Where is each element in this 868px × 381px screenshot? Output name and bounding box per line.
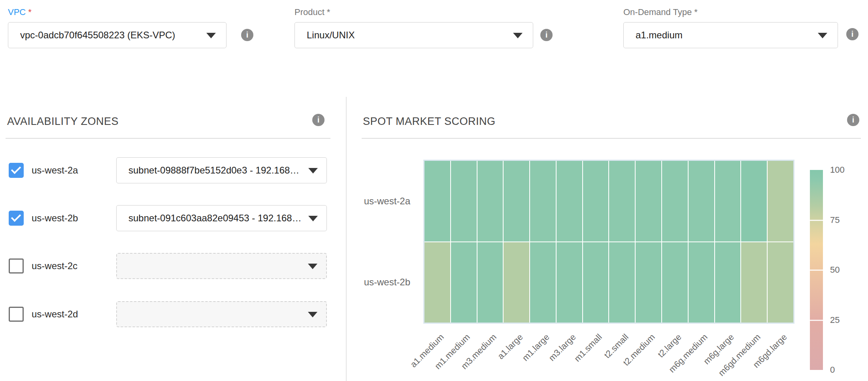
on-demand-type-label-text: On-Demand Type <box>623 7 692 17</box>
availability-zones-info-icon[interactable]: i <box>312 114 325 126</box>
heatmap-cell-us-west-2b-a1.large <box>504 242 529 323</box>
on-demand-type-select[interactable]: a1.medium <box>623 22 838 48</box>
heatmap-cell-us-west-2a-m6gd.large <box>768 161 793 241</box>
vpc-select[interactable]: vpc-0adcb70f645508223 (EKS-VPC) <box>8 22 226 48</box>
on-demand-type-required-asterisk: * <box>694 7 698 17</box>
spot-market-scoring-title: SPOT MARKET SCORING <box>363 115 496 128</box>
spot-configuration-page: VPC* vpc-0adcb70f645508223 (EKS-VPC) i P… <box>0 0 868 381</box>
subnet-select-us-west-2a[interactable]: subnet-09888f7be5152d0e3 - 192.168… <box>116 157 327 183</box>
chevron-down-icon <box>818 33 827 38</box>
chevron-down-icon <box>308 264 317 269</box>
heatmap-cell-us-west-2b-t2.medium <box>636 242 661 323</box>
heatmap-cell-us-west-2a-m6gd.medium <box>741 161 767 241</box>
heatmap-cell-us-west-2b-m6g.large <box>715 242 741 323</box>
chevron-down-icon <box>206 33 216 38</box>
vpc-label-text: VPC <box>8 7 26 17</box>
heatmap-plot-area <box>423 160 794 324</box>
checkbox-us-west-2c[interactable] <box>9 258 24 273</box>
heatmap-cell-us-west-2a-m1.large <box>530 161 556 241</box>
heatmap-cell-us-west-2a-t2.large <box>662 161 688 241</box>
heatmap-cell-us-west-2a-t2.medium <box>636 161 661 241</box>
heatmap-cell-us-west-2a-m6g.large <box>715 161 741 241</box>
zone-label-us-west-2d: us-west-2d <box>32 309 78 320</box>
subnet-select-us-west-2c <box>116 253 327 279</box>
y-axis-label-us-west-2a: us-west-2a <box>352 195 410 207</box>
vpc-required-asterisk: * <box>28 7 32 17</box>
heatmap-cell-us-west-2a-m3.medium <box>477 161 503 241</box>
heatmap-cell-us-west-2a-a1.medium <box>425 161 450 241</box>
spot-market-scoring-rule <box>362 138 861 139</box>
product-select[interactable]: Linux/UNIX <box>294 22 533 48</box>
subnet-select-value: subnet-091c603aa82e09453 - 192.168… <box>128 213 300 224</box>
heatmap-cell-us-west-2b-m3.medium <box>477 242 503 323</box>
heatmap-cell-us-west-2b-m1.medium <box>451 242 477 323</box>
chevron-down-icon <box>308 216 318 221</box>
y-axis-label-us-west-2b: us-west-2b <box>352 276 410 288</box>
colorbar-label-50: 50 <box>830 265 840 275</box>
heatmap-grid <box>425 161 793 323</box>
spot-market-scoring-info-icon[interactable]: i <box>847 114 859 126</box>
heatmap-cell-us-west-2b-t2.small <box>609 242 635 323</box>
checkbox-us-west-2b[interactable] <box>9 211 24 226</box>
heatmap-cell-us-west-2b-m6gd.large <box>768 242 793 323</box>
heatmap-cell-us-west-2b-m1.small <box>583 242 609 323</box>
product-info-icon[interactable]: i <box>540 29 553 41</box>
colorbar-label-75: 75 <box>830 215 840 225</box>
subnet-select-us-west-2b[interactable]: subnet-091c603aa82e09453 - 192.168… <box>116 205 327 231</box>
colorbar-tick-line <box>810 320 823 321</box>
zone-label-us-west-2b: us-west-2b <box>32 213 78 224</box>
heatmap-cell-us-west-2b-m3.large <box>557 242 582 323</box>
heatmap-cell-us-west-2b-m1.large <box>530 242 556 323</box>
heatmap-cell-us-west-2a-m1.medium <box>451 161 477 241</box>
heatmap-cell-us-west-2a-m3.large <box>557 161 582 241</box>
availability-zones-title: AVAILABILITY ZONES <box>7 115 119 128</box>
zone-label-us-west-2c: us-west-2c <box>32 260 77 272</box>
checkbox-us-west-2a[interactable] <box>9 163 24 178</box>
chevron-down-icon <box>308 312 317 317</box>
vpc-select-value: vpc-0adcb70f645508223 (EKS-VPC) <box>20 30 175 41</box>
heatmap-cell-us-west-2b-m6gd.medium <box>741 242 767 323</box>
colorbar-label-25: 25 <box>830 315 840 325</box>
vpc-info-icon[interactable]: i <box>241 29 253 41</box>
heatmap-cell-us-west-2b-t2.large <box>662 242 688 323</box>
heatmap-cell-us-west-2a-t2.small <box>609 161 635 241</box>
heatmap-cell-us-west-2a-m1.small <box>583 161 609 241</box>
colorbar-tick-line <box>810 270 823 271</box>
product-required-asterisk: * <box>327 7 330 17</box>
heatmap-cell-us-west-2b-a1.medium <box>425 242 450 323</box>
heatmap-cell-us-west-2a-m6g.medium <box>689 161 714 241</box>
colorbar-legend <box>810 170 823 370</box>
availability-zones-rule <box>6 138 330 139</box>
product-label: Product* <box>294 7 330 17</box>
product-select-value: Linux/UNIX <box>307 30 355 41</box>
heatmap-cell-us-west-2a-a1.large <box>504 161 529 241</box>
section-divider <box>346 97 347 381</box>
checkbox-us-west-2d[interactable] <box>9 307 24 322</box>
product-label-text: Product <box>294 7 325 17</box>
colorbar-label-100: 100 <box>830 165 845 175</box>
on-demand-type-select-value: a1.medium <box>636 30 683 41</box>
on-demand-type-info-icon[interactable]: i <box>846 28 859 40</box>
colorbar-tick-line <box>810 220 823 221</box>
chevron-down-icon <box>513 33 523 38</box>
on-demand-type-label: On-Demand Type* <box>623 7 698 17</box>
colorbar-label-0: 0 <box>830 365 835 375</box>
heatmap-cell-us-west-2b-m6g.medium <box>689 242 714 323</box>
zone-label-us-west-2a: us-west-2a <box>32 165 78 176</box>
chevron-down-icon <box>308 168 318 174</box>
subnet-select-us-west-2d <box>116 301 327 327</box>
subnet-select-value: subnet-09888f7be5152d0e3 - 192.168… <box>128 165 299 176</box>
vpc-label: VPC* <box>8 7 32 17</box>
